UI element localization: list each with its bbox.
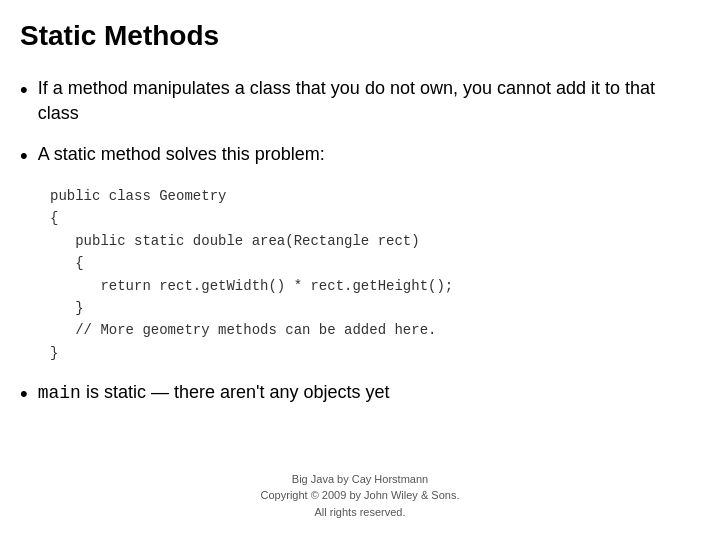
code-line-4: { xyxy=(50,252,690,274)
slide-title: Static Methods xyxy=(20,20,690,56)
footer-line-3: All rights reserved. xyxy=(0,504,720,521)
code-block: public class Geometry { public static do… xyxy=(50,185,690,364)
slide-container: Static Methods • If a method manipulates… xyxy=(0,0,720,540)
bullet-text-1: If a method manipulates a class that you… xyxy=(38,76,690,126)
bullet-text-3-suffix: is static — there aren't any objects yet xyxy=(81,382,390,402)
bullet-section-3: • main is static — there aren't any obje… xyxy=(20,380,690,409)
bullet-item-1: • If a method manipulates a class that y… xyxy=(20,76,690,126)
footer-line-2: Copyright © 2009 by John Wiley & Sons. xyxy=(0,487,720,504)
bullet-dot-2: • xyxy=(20,142,28,171)
footer: Big Java by Cay Horstmann Copyright © 20… xyxy=(0,471,720,521)
code-line-6: } xyxy=(50,297,690,319)
bullet-dot-1: • xyxy=(20,76,28,105)
code-line-5: return rect.getWidth() * rect.getHeight(… xyxy=(50,275,690,297)
bullet-item-3: • main is static — there aren't any obje… xyxy=(20,380,690,409)
bullet-item-2: • A static method solves this problem: xyxy=(20,142,690,171)
code-line-1: public class Geometry xyxy=(50,185,690,207)
bullet-text-3: main is static — there aren't any object… xyxy=(38,380,390,406)
bullet-text-2: A static method solves this problem: xyxy=(38,142,325,167)
footer-line-1: Big Java by Cay Horstmann xyxy=(0,471,720,488)
code-line-8: } xyxy=(50,342,690,364)
inline-code-main: main xyxy=(38,383,81,403)
code-line-3: public static double area(Rectangle rect… xyxy=(50,230,690,252)
bullet-section-2: • A static method solves this problem: p… xyxy=(20,142,690,364)
bullet-dot-3: • xyxy=(20,380,28,409)
bullet-section-1: • If a method manipulates a class that y… xyxy=(20,76,690,126)
code-line-7: // More geometry methods can be added he… xyxy=(50,319,690,341)
code-line-2: { xyxy=(50,207,690,229)
